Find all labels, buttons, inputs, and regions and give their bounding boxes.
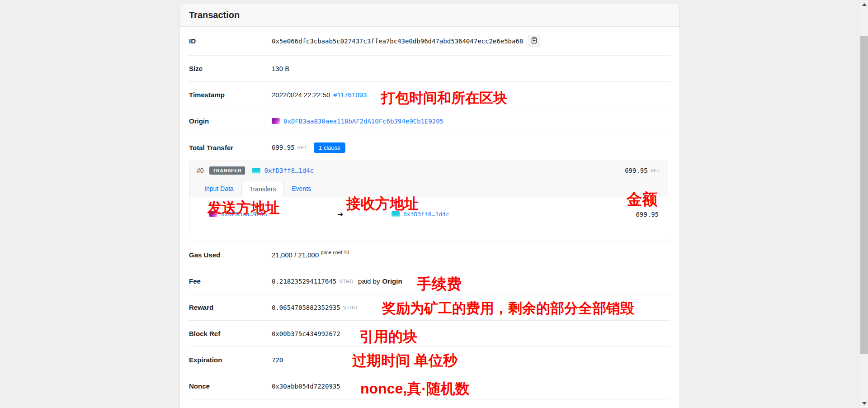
block-number-link[interactable]: #11761093 [333,91,367,99]
expiration-value: 720 [272,356,283,364]
size-label: Size [189,65,272,72]
nonce-value: 0x30abb054d7220935 [272,383,340,390]
block-ref-value: 0x00b375c434992672 [272,330,340,337]
clause-section: #0 TRANSFER 0xfD3ff8…1d4c 699.95 VET Inp… [189,161,670,242]
fee-paid-by-entity: Origin [382,277,402,285]
block-ref-label: Block Ref [189,330,272,337]
transfer-amount: 699.95 [636,211,659,218]
reward-unit: VTHO [343,305,358,310]
row-expiration: Expiration 720 [189,347,670,373]
row-size: Size 130 B [189,56,670,82]
timestamp-label: Timestamp [189,91,272,99]
fee-amount: 0.218235294117645 [272,278,336,285]
row-gas-used: Gas Used 21,000 / 21,000 price coef 10 [189,242,670,268]
nonce-label: Nonce [189,382,272,390]
receiver-address-link[interactable]: 0xfD3ff8…1d4c [403,211,449,218]
receiver-identicon [392,211,400,217]
origin-label: Origin [189,117,272,125]
total-transfer-label: Total Transfer [189,144,272,152]
copy-id-button[interactable] [528,35,540,47]
clause-to-identicon [252,168,260,174]
row-fee: Fee 0.218235294117645 VTHO paid by Origi… [189,268,670,294]
clause-amount-unit: VET [651,168,660,173]
scroll-down-arrow-icon[interactable] [862,402,867,405]
fee-paid-by-text: paid by [358,277,380,285]
card-body: ID 0x5e066dfc3cbaab5c027437c3ffea7bc43e0… [180,27,679,399]
clause-amount: 699.95 [625,167,648,174]
fee-unit: VTHO [339,279,354,284]
origin-identicon [272,118,280,124]
gas-used-value: 21,000 / 21,000 [272,251,319,259]
row-id: ID 0x5e066dfc3cbaab5c027437c3ffea7bc43e0… [189,27,670,56]
gas-used-label: Gas Used [189,251,272,259]
scrollbar-thumb[interactable] [860,36,868,354]
clipboard-copy-icon [531,37,538,45]
transfer-type-badge: TRANSFER [209,166,245,175]
timestamp-value: 2022/3/24 22:22:50 [272,91,330,99]
transaction-card: Transaction ID 0x5e066dfc3cbaab5c027437c… [179,4,680,408]
tab-events[interactable]: Events [284,181,319,197]
clause-count-badge[interactable]: 1 clause [314,142,345,153]
reward-amount: 0.0654705882352935 [272,304,340,311]
transfer-arrow-icon: ➔ [337,210,392,218]
expiration-label: Expiration [189,356,272,364]
row-block-ref: Block Ref 0x00b375c434992672 [189,321,670,347]
price-coef: price coef 10 [321,250,349,255]
transaction-id-value: 0x5e066dfc3cbaab5c027437c3ffea7bc43e0db9… [272,38,523,45]
vertical-scrollbar[interactable] [860,0,868,408]
scroll-up-arrow-icon[interactable] [862,3,867,6]
size-value: 130 B [272,65,289,72]
reward-label: Reward [189,304,272,311]
clause-index: #0 [197,167,204,174]
clause-header: #0 TRANSFER 0xfD3ff8…1d4c 699.95 VET Inp… [189,161,668,197]
clause-card: #0 TRANSFER 0xfD3ff8…1d4c 699.95 VET Inp… [189,161,668,235]
id-label: ID [189,37,272,45]
tab-input-data[interactable]: Input Data [197,181,241,197]
total-transfer-unit: VET [297,145,307,150]
sender-address-link[interactable]: 0xDFB3aa…9205 [221,211,267,218]
row-origin: Origin 0xDFB3aa830aea118bAF2dA10Fc6b394e… [189,108,670,134]
fee-label: Fee [189,277,272,285]
clause-to-address-link[interactable]: 0xfD3ff8…1d4c [264,167,314,174]
sender-identicon [209,211,217,217]
clause-tabs: Input Data Transfers Events [197,181,660,197]
row-nonce: Nonce 0x30abb054d7220935 [189,373,670,399]
row-timestamp: Timestamp 2022/3/24 22:22:50 #11761093 [189,82,670,108]
card-header: Transaction [180,4,679,27]
tab-transfers[interactable]: Transfers [241,181,284,197]
transfer-row: 0xDFB3aa…9205 ➔ 0xfD3ff8…1d4c 699.95 [209,210,659,218]
transfers-panel: 0xDFB3aa…9205 ➔ 0xfD3ff8…1d4c 699.95 [189,197,668,235]
row-reward: Reward 0.0654705882352935 VTHO [189,294,670,321]
row-total-transfer: Total Transfer 699.95 VET 1 clause [189,134,670,161]
total-transfer-amount: 699.95 [272,144,295,151]
origin-address-link[interactable]: 0xDFB3aa830aea118bAF2dA10Fc6b394e9Cb1E92… [283,118,443,125]
page-title: Transaction [189,10,670,20]
